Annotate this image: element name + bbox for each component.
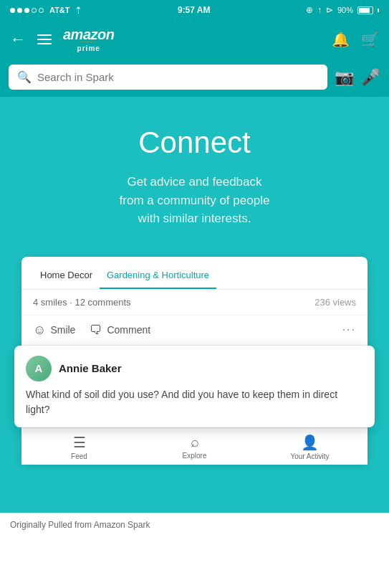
card-tabs: Home Decor Gardening & Horticulture	[21, 257, 368, 290]
search-input-wrap[interactable]: 🔍	[9, 65, 327, 90]
battery-fill	[359, 8, 370, 13]
camera-icon[interactable]: 📷	[335, 68, 354, 87]
avatar: A	[26, 356, 52, 381]
carrier-label: AT&T	[49, 6, 70, 14]
prime-label: prime	[77, 44, 100, 52]
nav-bar: ← amazon ˜˜˜˜˜ prime 🔔 🛒	[0, 20, 389, 59]
footer-text: Originally Pulled from Amazon Spark	[10, 520, 150, 530]
wifi-icon: ⇡	[75, 5, 82, 16]
cart-icon[interactable]: 🛒	[361, 31, 379, 48]
signal-dots	[10, 8, 44, 13]
comment-card: A Annie Baker What kind of soil did you …	[14, 346, 375, 427]
footer-note: Originally Pulled from Amazon Spark	[0, 513, 389, 537]
tab-explore[interactable]: ⌕ Explore	[137, 428, 252, 465]
back-button[interactable]: ←	[10, 30, 26, 49]
nav-left: ← amazon ˜˜˜˜˜ prime	[10, 27, 114, 52]
feed-icon: ☰	[73, 434, 86, 451]
dot-2	[17, 8, 22, 13]
smile-icon: ☺	[33, 323, 46, 338]
comment-label: Comment	[107, 324, 150, 336]
dot-5	[39, 8, 44, 13]
status-left: AT&T ⇡	[10, 5, 82, 16]
status-right: ⊕ ↑ ⊳ 90%	[306, 5, 379, 15]
hamburger-line-1	[37, 34, 52, 36]
search-input[interactable]	[37, 71, 319, 83]
activity-label: Your Activity	[290, 452, 329, 460]
tab-home-decor[interactable]: Home Decor	[33, 265, 100, 289]
explore-icon: ⌕	[191, 434, 199, 450]
battery-tip	[378, 9, 379, 12]
hamburger-menu[interactable]	[37, 34, 52, 44]
comment-icon: 🗨	[90, 323, 102, 338]
bluetooth-icon: ⊳	[326, 5, 333, 15]
smile-button[interactable]: ☺ Smile	[33, 323, 75, 338]
tab-your-activity[interactable]: 👤 Your Activity	[252, 428, 368, 465]
hero-section: Connect Get advice and feedbackfrom a co…	[0, 97, 389, 513]
battery-body	[357, 6, 373, 14]
avatar-initials: A	[35, 362, 43, 374]
bottom-tab-bar: ☰ Feed ⌕ Explore 👤 Your Activity	[21, 427, 368, 465]
dot-1	[10, 8, 15, 13]
commenter-name: Annie Baker	[59, 362, 122, 374]
search-icon: 🔍	[17, 70, 32, 84]
tab-feed[interactable]: ☰ Feed	[21, 428, 137, 465]
stats-smiles-comments: 4 smiles · 12 comments	[33, 297, 131, 308]
card-stats: 4 smiles · 12 comments 236 views	[21, 290, 368, 316]
card-actions: ☺ Smile 🗨 Comment ···	[21, 316, 368, 346]
status-time: 9:57 AM	[178, 5, 211, 15]
signal-arrow-icon: ↑	[317, 5, 322, 15]
mic-icon[interactable]: 🎤	[361, 68, 380, 87]
hero-subtitle: Get advice and feedbackfrom a community …	[21, 173, 368, 228]
explore-label: Explore	[183, 452, 207, 460]
hero-title: Connect	[21, 125, 368, 160]
dot-4	[32, 8, 37, 13]
comment-text: What kind of soil did you use? And did y…	[26, 387, 363, 417]
content-card: Home Decor Gardening & Horticulture 4 sm…	[21, 257, 368, 465]
location-icon: ⊕	[306, 5, 313, 15]
smile-label: Smile	[50, 324, 75, 336]
activity-icon: 👤	[301, 434, 319, 451]
nav-right: 🔔 🛒	[332, 31, 379, 48]
stats-views: 236 views	[314, 297, 356, 308]
tab-gardening[interactable]: Gardening & Horticulture	[100, 265, 216, 289]
comment-button[interactable]: 🗨 Comment	[90, 323, 150, 338]
hamburger-line-2	[37, 39, 52, 40]
amazon-logo: amazon ˜˜˜˜˜ prime	[63, 27, 114, 52]
more-options-button[interactable]: ···	[342, 323, 356, 336]
bell-icon[interactable]: 🔔	[332, 31, 350, 48]
comment-header: A Annie Baker	[26, 356, 363, 381]
search-bar: 🔍 📷 🎤	[0, 59, 389, 97]
hamburger-line-3	[37, 43, 52, 44]
feed-label: Feed	[71, 452, 87, 460]
battery-label: 90%	[337, 6, 353, 14]
status-bar: AT&T ⇡ 9:57 AM ⊕ ↑ ⊳ 90%	[0, 0, 389, 20]
dot-3	[24, 8, 29, 13]
